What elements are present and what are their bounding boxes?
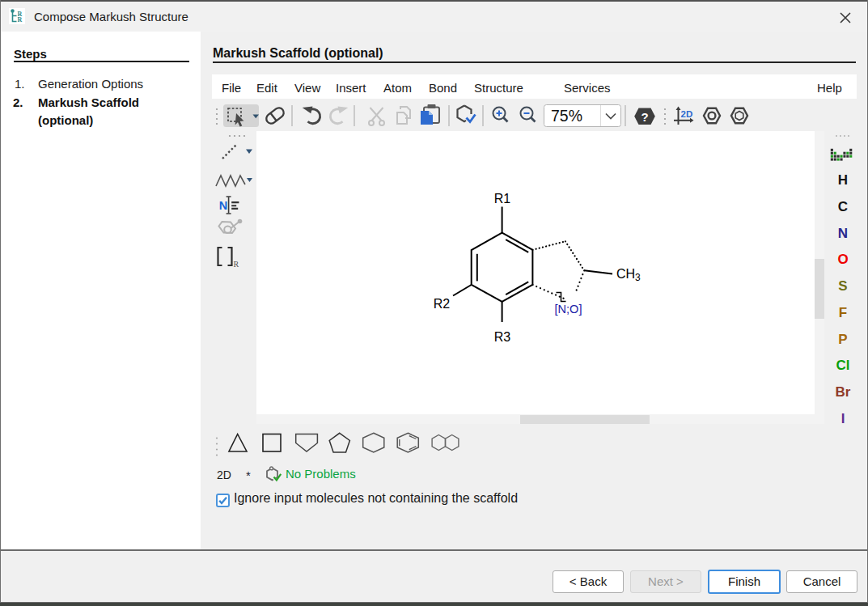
svg-text:?: ? bbox=[641, 110, 648, 124]
svg-text:R: R bbox=[234, 260, 239, 269]
svg-text:CH3: CH3 bbox=[616, 267, 641, 283]
svg-text:R3: R3 bbox=[494, 330, 511, 344]
svg-text:75%: 75% bbox=[551, 107, 582, 125]
svg-text:R1: R1 bbox=[494, 192, 511, 206]
svg-text:2D: 2D bbox=[681, 109, 693, 119]
svg-text:N: N bbox=[219, 199, 227, 212]
svg-text:R: R bbox=[18, 16, 23, 23]
svg-text:[N;O]: [N;O] bbox=[555, 303, 582, 316]
svg-text:R2: R2 bbox=[434, 297, 451, 311]
